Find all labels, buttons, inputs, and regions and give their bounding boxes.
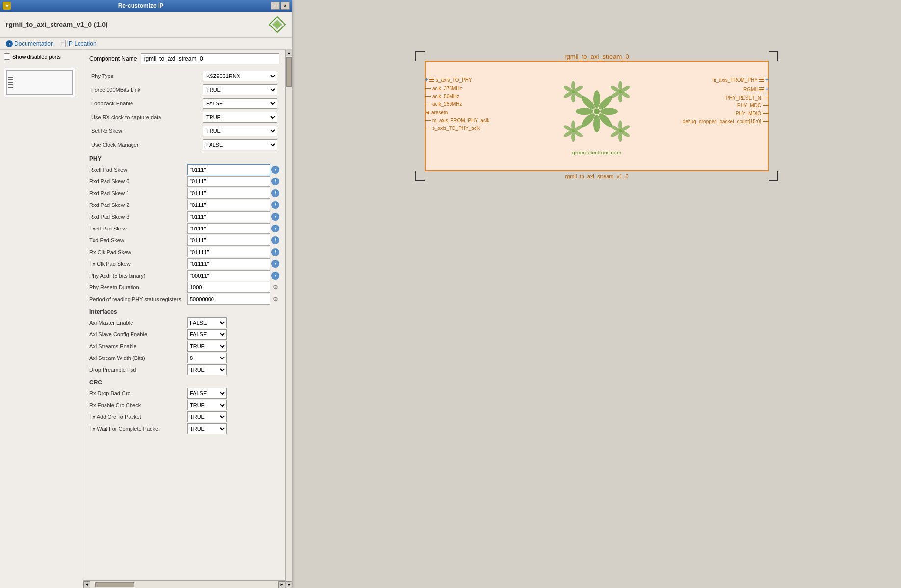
crc-field-row: Tx Add Crc To PacketTRUE xyxy=(89,411,279,422)
phy-info-button[interactable]: i xyxy=(271,189,279,197)
crc-fields: Rx Drop Bad CrcFALSERx Enable Crc CheckT… xyxy=(89,388,279,434)
corner-tr xyxy=(768,51,778,61)
phy-field-input[interactable] xyxy=(187,200,270,210)
toolbar: i Documentation □ IP Location xyxy=(0,38,292,50)
m-axis-from-phy-aclk-label: m_axis_FROM_PHY_aclk xyxy=(432,118,489,123)
right-ports: m_axis_FROM_PHY + RGMII xyxy=(683,77,768,124)
phy-field-input[interactable] xyxy=(187,247,270,257)
svg-point-34 xyxy=(618,120,622,130)
interface-field-label: Axi Streams Enable xyxy=(89,343,187,349)
scroll-thumb-v[interactable] xyxy=(286,57,292,87)
crc-field-select[interactable]: TRUE xyxy=(187,423,227,434)
param-select[interactable]: TRUE xyxy=(203,84,277,95)
phy-field-input[interactable] xyxy=(187,235,270,246)
phy-info-button[interactable]: i xyxy=(271,201,279,209)
close-button[interactable]: × xyxy=(281,2,290,10)
form-area: Component Name Phy TypeKSZ9031RNXForce 1… xyxy=(83,50,285,580)
phy-field-input[interactable] xyxy=(187,258,270,269)
param-select[interactable]: TRUE xyxy=(203,126,277,136)
phy-field-label: Period of reading PHY status registers xyxy=(89,296,187,302)
phy-info-button[interactable]: i xyxy=(271,178,279,185)
component-name-input[interactable] xyxy=(141,53,279,64)
scroll-down-arrow[interactable]: ▼ xyxy=(286,581,292,588)
scroll-left-arrow[interactable]: ◄ xyxy=(83,581,90,588)
interface-field-label: Axi Stream Width (Bits) xyxy=(89,355,187,361)
phy-info-button[interactable]: i xyxy=(271,260,279,268)
phy-field-row: Tx Clk Pad Skewi xyxy=(89,258,279,269)
rgmii-plus-icon[interactable]: + xyxy=(765,86,768,93)
phy-info-button[interactable]: i xyxy=(271,225,279,232)
phy-field-label: Rxd Pad Skew 2 xyxy=(89,202,187,208)
interfaces-fields: Axi Master EnableFALSEAxi Slave Config E… xyxy=(89,317,279,375)
svg-point-8 xyxy=(593,115,600,132)
show-disabled-ports-checkbox[interactable] xyxy=(4,53,10,60)
vertical-scrollbar[interactable]: ▲ ▼ xyxy=(285,50,292,588)
documentation-link[interactable]: i Documentation xyxy=(6,40,54,47)
phy-info-button[interactable]: i xyxy=(271,213,279,221)
crc-field-select[interactable]: FALSE xyxy=(187,388,227,399)
param-select[interactable]: KSZ9031RNX xyxy=(203,71,277,81)
phy-field-row: Rx Clk Pad Skewi xyxy=(89,247,279,257)
phy-info-button[interactable]: i xyxy=(271,166,279,174)
phy-info-button[interactable]: i xyxy=(271,272,279,280)
interface-field-select[interactable]: FALSE xyxy=(187,317,227,328)
phy-field-input[interactable] xyxy=(187,188,270,199)
param-label: Use Clock Manager xyxy=(89,138,201,152)
param-select[interactable]: FALSE xyxy=(203,139,277,150)
ip-location-link[interactable]: □ IP Location xyxy=(60,40,97,47)
port-debug-dropped: debug_dropped_packet_count[15:0] xyxy=(683,119,768,124)
phy-field-input[interactable] xyxy=(187,294,270,305)
app-icon: ✦ xyxy=(3,2,11,10)
param-value-cell: TRUE xyxy=(201,110,279,124)
phy-info-button[interactable]: i xyxy=(271,236,279,244)
right-panel: rgmii_to_axi_stream_0 + s_axis_TO_PHY xyxy=(292,12,901,588)
scroll-right-arrow[interactable]: ► xyxy=(278,581,285,588)
params-table: Phy TypeKSZ9031RNXForce 100MBits LinkTRU… xyxy=(89,69,279,152)
ip-name-top: rgmii_to_axi_stream_0 xyxy=(564,53,629,60)
crc-field-select[interactable]: TRUE xyxy=(187,411,227,422)
port-aclk-375mhz: aclk_375MHz xyxy=(425,86,489,91)
phy-field-input[interactable] xyxy=(187,176,270,187)
interface-field-select[interactable]: FALSE xyxy=(187,329,227,340)
interface-field-select[interactable]: 8 xyxy=(187,353,227,363)
port-aclk-50mhz: aclk_50MHz xyxy=(425,94,489,99)
interface-field-select[interactable]: TRUE xyxy=(187,341,227,352)
crc-field-label: Tx Wait For Complete Packet xyxy=(89,426,187,432)
app-header: rgmii_to_axi_stream_v1_0 (1.0) xyxy=(0,12,292,38)
m-axis-plus-icon[interactable]: + xyxy=(765,77,768,83)
phy-field-label: Rxd Pad Skew 3 xyxy=(89,214,187,220)
s-axis-plus-icon[interactable]: + xyxy=(425,77,428,83)
phy-info-button[interactable]: i xyxy=(271,248,279,256)
phy-field-label: Rxd Pad Skew 1 xyxy=(89,190,187,196)
port-rgmii: RGMII + xyxy=(743,86,768,93)
window-controls: − × xyxy=(271,2,290,10)
phy-field-input[interactable] xyxy=(187,223,270,234)
phy-field-input[interactable] xyxy=(187,270,270,281)
scroll-up-arrow[interactable]: ▲ xyxy=(286,50,292,56)
phy-field-input[interactable] xyxy=(187,211,270,222)
svg-point-23 xyxy=(618,93,622,102)
param-select[interactable]: TRUE xyxy=(203,112,277,123)
svg-point-10 xyxy=(576,108,593,115)
param-select[interactable]: FALSE xyxy=(203,98,277,109)
interface-field-select[interactable]: TRUE xyxy=(187,364,227,375)
phy-gear-button[interactable]: ⚙ xyxy=(271,295,279,303)
scroll-track-h[interactable] xyxy=(90,582,278,588)
minimize-button[interactable]: − xyxy=(271,2,280,10)
port-phy-mdc: PHY_MDC xyxy=(737,103,768,108)
aresetn-label: aresetn xyxy=(431,110,448,115)
phy-gear-button[interactable]: ⚙ xyxy=(271,283,279,291)
phy-field-input[interactable] xyxy=(187,282,270,293)
crc-field-select[interactable]: TRUE xyxy=(187,400,227,410)
show-disabled-ports-label[interactable]: Show disabled ports xyxy=(4,53,79,60)
phy-field-row: Rxd Pad Skew 0i xyxy=(89,176,279,187)
phy-field-row: Rxd Pad Skew 3i xyxy=(89,211,279,222)
flower-svg xyxy=(548,72,646,151)
scroll-thumb-h[interactable] xyxy=(95,582,134,587)
port-s-axis-to-phy: + s_axis_TO_PHY xyxy=(425,77,489,83)
phy-field-label: Phy Addr (5 bits binary) xyxy=(89,273,187,279)
interfaces-section-header: Interfaces xyxy=(89,308,279,315)
phy-field-label: Rxctl Pad Skew xyxy=(89,167,187,173)
phy-field-input[interactable] xyxy=(187,164,270,175)
horizontal-scrollbar[interactable]: ◄ ► xyxy=(83,580,285,588)
